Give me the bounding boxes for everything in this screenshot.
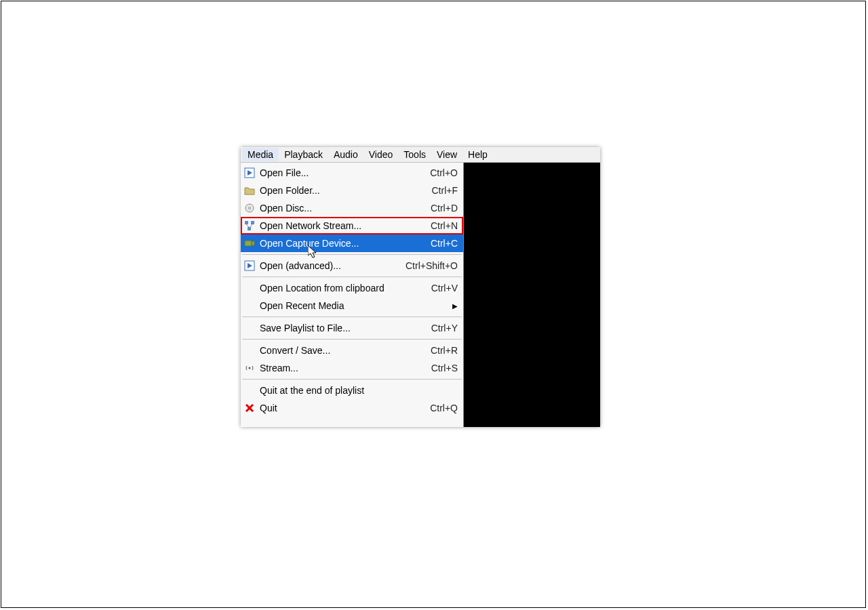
menu-item-label: Stream...: [260, 363, 423, 373]
menu-help[interactable]: Help: [462, 148, 493, 161]
menu-separator: [242, 379, 462, 380]
chevron-right-icon: ▶: [452, 302, 458, 310]
menu-item-shortcut: Ctrl+C: [431, 238, 458, 249]
menu-item-label: Open Recent Media: [260, 300, 444, 311]
svg-rect-6: [248, 227, 251, 230]
menu-item-open-file[interactable]: Open File... Ctrl+O: [241, 164, 463, 182]
menu-separator: [242, 317, 462, 317]
menu-item-convert-save[interactable]: Convert / Save... Ctrl+R: [241, 342, 463, 359]
menu-item-stream[interactable]: Stream... Ctrl+S: [241, 359, 463, 377]
svg-rect-4: [245, 221, 248, 224]
menu-item-label: Open Folder...: [260, 185, 424, 196]
svg-line-8: [250, 224, 252, 227]
menu-item-open-network-stream[interactable]: Open Network Stream... Ctrl+N: [241, 217, 463, 235]
menu-item-open-capture-device[interactable]: Open Capture Device... Ctrl+C: [241, 235, 463, 252]
menu-separator: [242, 254, 462, 255]
video-output-area[interactable]: [464, 163, 600, 427]
menu-label: Help: [468, 149, 488, 160]
menu-media[interactable]: Media: [242, 148, 279, 161]
menu-item-label: Open Capture Device...: [260, 238, 422, 249]
menu-tools[interactable]: Tools: [398, 148, 431, 161]
blank-icon: [243, 384, 256, 396]
menu-label: Audio: [334, 149, 358, 160]
blank-icon: [243, 282, 256, 294]
menu-item-open-recent[interactable]: Open Recent Media ▶: [241, 297, 463, 314]
menu-audio[interactable]: Audio: [328, 148, 363, 161]
menu-label: Video: [369, 149, 393, 160]
blank-icon: [243, 344, 256, 357]
menu-item-label: Quit: [260, 403, 422, 413]
svg-point-3: [249, 207, 251, 209]
menu-item-shortcut: Ctrl+R: [431, 345, 458, 356]
menu-item-shortcut: Ctrl+O: [430, 167, 458, 178]
capture-icon: [243, 237, 256, 249]
menu-label: View: [437, 149, 457, 160]
blank-icon: [243, 300, 256, 312]
menu-playback[interactable]: Playback: [279, 148, 328, 161]
folder-icon: [243, 184, 256, 197]
menu-label: Tools: [403, 149, 426, 160]
menu-item-label: Open Location from clipboard: [260, 283, 423, 293]
menu-item-shortcut: Ctrl+F: [432, 185, 458, 196]
menu-item-shortcut: Ctrl+V: [431, 283, 458, 293]
menu-separator: [242, 277, 462, 277]
menu-item-label: Quit at the end of playlist: [260, 385, 458, 396]
menu-item-shortcut: Ctrl+N: [431, 220, 458, 231]
menu-item-label: Open Disc...: [260, 203, 422, 214]
menu-item-shortcut: Ctrl+Shift+O: [406, 260, 458, 271]
menu-item-quit[interactable]: Quit Ctrl+Q: [241, 399, 463, 417]
menu-separator: [242, 339, 462, 340]
svg-marker-10: [252, 241, 254, 246]
menu-item-shortcut: Ctrl+Y: [431, 323, 458, 333]
play-file-icon: [243, 167, 256, 179]
svg-point-13: [249, 367, 251, 369]
menu-video[interactable]: Video: [363, 148, 399, 161]
vlc-window: Media Playback Audio Video Tools View He…: [241, 147, 600, 427]
menu-label: Playback: [284, 149, 323, 160]
blank-icon: [243, 322, 256, 334]
menu-view[interactable]: View: [431, 148, 462, 161]
svg-rect-9: [245, 241, 252, 246]
media-menu-dropdown: Open File... Ctrl+O Open Folder... Ctrl+…: [241, 163, 464, 427]
menu-item-save-playlist[interactable]: Save Playlist to File... Ctrl+Y: [241, 319, 463, 337]
menu-item-shortcut: Ctrl+Q: [430, 403, 458, 413]
menu-item-label: Open File...: [260, 167, 422, 178]
menu-item-label: Open Network Stream...: [260, 220, 422, 231]
network-icon: [243, 220, 256, 232]
menu-bar: Media Playback Audio Video Tools View He…: [241, 147, 600, 163]
disc-icon: [243, 202, 256, 214]
svg-line-7: [246, 224, 249, 227]
quit-icon: [243, 402, 256, 414]
menu-item-label: Save Playlist to File...: [260, 323, 423, 333]
menu-item-open-disc[interactable]: Open Disc... Ctrl+D: [241, 199, 463, 217]
play-file-icon: [243, 260, 256, 272]
menu-item-open-folder[interactable]: Open Folder... Ctrl+F: [241, 182, 463, 199]
svg-rect-5: [251, 221, 254, 224]
menu-item-quit-end-playlist[interactable]: Quit at the end of playlist: [241, 382, 463, 399]
menu-item-label: Convert / Save...: [260, 345, 422, 356]
menu-item-open-clipboard[interactable]: Open Location from clipboard Ctrl+V: [241, 279, 463, 297]
stream-icon: [243, 362, 256, 374]
menu-item-label: Open (advanced)...: [260, 260, 397, 271]
menu-label: Media: [248, 149, 273, 160]
menu-item-open-advanced[interactable]: Open (advanced)... Ctrl+Shift+O: [241, 257, 463, 274]
content-area: Open File... Ctrl+O Open Folder... Ctrl+…: [241, 163, 600, 427]
menu-item-shortcut: Ctrl+S: [431, 363, 458, 373]
menu-item-shortcut: Ctrl+D: [431, 203, 458, 214]
